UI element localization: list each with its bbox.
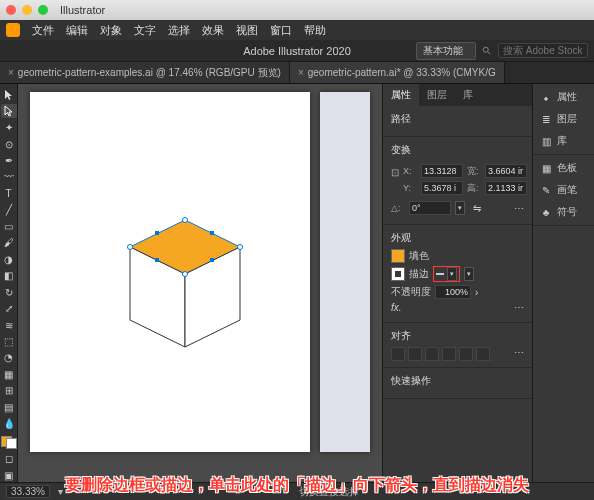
menu-view[interactable]: 视图: [236, 23, 258, 38]
y-input[interactable]: [421, 181, 463, 195]
fill-stroke-swatch[interactable]: [1, 436, 17, 449]
dock-symbols[interactable]: ♣符号: [537, 203, 590, 221]
menu-select[interactable]: 选择: [168, 23, 190, 38]
paintbrush-tool[interactable]: 🖌: [1, 236, 17, 249]
document-tab[interactable]: × geometric-pattern-examples.ai @ 17.46%…: [0, 62, 290, 83]
magic-wand-tool[interactable]: ✦: [1, 121, 17, 134]
appearance-heading: 外观: [391, 231, 524, 245]
align-hcenter-button[interactable]: [408, 347, 422, 361]
selection-tool[interactable]: [1, 88, 17, 101]
canvas[interactable]: [18, 84, 382, 482]
zoom-level[interactable]: 33.33%: [6, 485, 50, 498]
dock-layers[interactable]: ≣图层: [537, 110, 590, 128]
menu-object[interactable]: 对象: [100, 23, 122, 38]
menu-help[interactable]: 帮助: [304, 23, 326, 38]
x-label: X:: [403, 166, 417, 176]
more-options-icon[interactable]: ⋯: [514, 347, 524, 361]
dock-swatches[interactable]: ▦色板: [537, 159, 590, 177]
curvature-tool[interactable]: 〰: [1, 170, 17, 183]
more-options-icon[interactable]: ⋯: [514, 203, 524, 214]
opacity-expand-icon[interactable]: ›: [475, 287, 478, 298]
angle-dropdown[interactable]: ▾: [455, 201, 465, 215]
align-right-button[interactable]: [425, 347, 439, 361]
lasso-tool[interactable]: ⊙: [1, 137, 17, 150]
opacity-input[interactable]: [435, 285, 471, 299]
dock-libraries[interactable]: ▥库: [537, 132, 590, 150]
rotate-tool[interactable]: ↻: [1, 285, 17, 298]
x-input[interactable]: [421, 164, 463, 178]
cube-shape[interactable]: [115, 212, 255, 362]
pen-tool[interactable]: ✒: [1, 154, 17, 167]
stroke-weight-dropdown[interactable]: ▾: [447, 267, 457, 281]
document-tab[interactable]: × geometric-pattern.ai* @ 33.33% (CMYK/G: [290, 62, 505, 83]
transform-heading: 变换: [391, 143, 524, 157]
close-tab-icon[interactable]: ×: [298, 67, 304, 78]
align-top-button[interactable]: [442, 347, 456, 361]
menu-effect[interactable]: 效果: [202, 23, 224, 38]
type-tool[interactable]: T: [1, 187, 17, 200]
shaper-tool[interactable]: ◑: [1, 253, 17, 266]
workspace-selector[interactable]: 基本功能: [416, 42, 476, 60]
dock-properties[interactable]: ⬥属性: [537, 88, 590, 106]
stroke-label: 描边: [409, 267, 429, 281]
minimize-window-button[interactable]: [22, 5, 32, 15]
close-window-button[interactable]: [6, 5, 16, 15]
align-vcenter-button[interactable]: [459, 347, 473, 361]
direct-selection-tool[interactable]: [1, 104, 17, 117]
mesh-tool[interactable]: ⊞: [1, 384, 17, 397]
eraser-tool[interactable]: ◧: [1, 269, 17, 282]
layers-icon: ≣: [539, 112, 553, 126]
close-tab-icon[interactable]: ×: [8, 67, 14, 78]
svg-point-6: [238, 245, 243, 250]
gradient-tool[interactable]: ▤: [1, 401, 17, 414]
svg-point-7: [183, 272, 188, 277]
stroke-swatch[interactable]: [391, 267, 405, 281]
svg-line-1: [488, 51, 491, 54]
menu-window[interactable]: 窗口: [270, 23, 292, 38]
status-bar: 33.33% ▾ 切换直接选择: [0, 482, 594, 500]
shape-builder-tool[interactable]: ◔: [1, 351, 17, 364]
stroke-weight-control[interactable]: ▾: [433, 266, 460, 282]
y-label: Y:: [403, 183, 417, 193]
workspace: ✦ ⊙ ✒ 〰 T ╱ ▭ 🖌 ◑ ◧ ↻ ⤢ ≋ ⬚ ◔ ▦ ⊞ ▤ 💧 ◻ …: [0, 84, 594, 482]
eyedropper-tool[interactable]: 💧: [1, 417, 17, 430]
rectangle-tool[interactable]: ▭: [1, 220, 17, 233]
angle-input[interactable]: [409, 201, 451, 215]
chevron-down-icon[interactable]: ▾: [58, 486, 63, 497]
dock-brushes[interactable]: ✎画笔: [537, 181, 590, 199]
document-tab-label: geometric-pattern-examples.ai @ 17.46% (…: [18, 66, 281, 80]
document-tabs: × geometric-pattern-examples.ai @ 17.46%…: [0, 62, 594, 84]
width-tool[interactable]: ≋: [1, 318, 17, 331]
search-input[interactable]: [498, 43, 588, 58]
libraries-icon: ▥: [539, 134, 553, 148]
panel-tab-layers[interactable]: 图层: [419, 84, 455, 106]
panel-tab-properties[interactable]: 属性: [383, 84, 419, 106]
fill-swatch[interactable]: [391, 249, 405, 263]
right-dock: ⬥属性 ≣图层 ▥库 ▦色板 ✎画笔 ♣符号: [532, 84, 594, 482]
fx-label[interactable]: fx.: [391, 302, 402, 313]
free-transform-tool[interactable]: ⬚: [1, 335, 17, 348]
svg-point-8: [128, 245, 133, 250]
screen-mode[interactable]: ▣: [1, 468, 17, 481]
symbols-icon: ♣: [539, 205, 553, 219]
maximize-window-button[interactable]: [38, 5, 48, 15]
align-left-button[interactable]: [391, 347, 405, 361]
flip-h-icon[interactable]: ⇋: [473, 203, 481, 214]
menu-file[interactable]: 文件: [32, 23, 54, 38]
panel-tab-libraries[interactable]: 库: [455, 84, 481, 106]
line-tool[interactable]: ╱: [1, 203, 17, 216]
menu-edit[interactable]: 编辑: [66, 23, 88, 38]
more-options-icon[interactable]: ⋯: [514, 302, 524, 313]
width-input[interactable]: [485, 164, 527, 178]
align-bottom-button[interactable]: [476, 347, 490, 361]
status-hint: 切换直接选择: [299, 485, 359, 499]
menubar: 文件 编辑 对象 文字 选择 效果 视图 窗口 帮助: [0, 20, 594, 40]
stroke-options-dropdown[interactable]: ▾: [464, 267, 474, 281]
menu-type[interactable]: 文字: [134, 23, 156, 38]
scale-tool[interactable]: ⤢: [1, 302, 17, 315]
artboard-secondary: [320, 92, 370, 452]
height-input[interactable]: [485, 181, 527, 195]
draw-mode[interactable]: ◻: [1, 452, 17, 465]
reference-point-icon[interactable]: ⊡: [391, 161, 399, 183]
perspective-grid-tool[interactable]: ▦: [1, 368, 17, 381]
